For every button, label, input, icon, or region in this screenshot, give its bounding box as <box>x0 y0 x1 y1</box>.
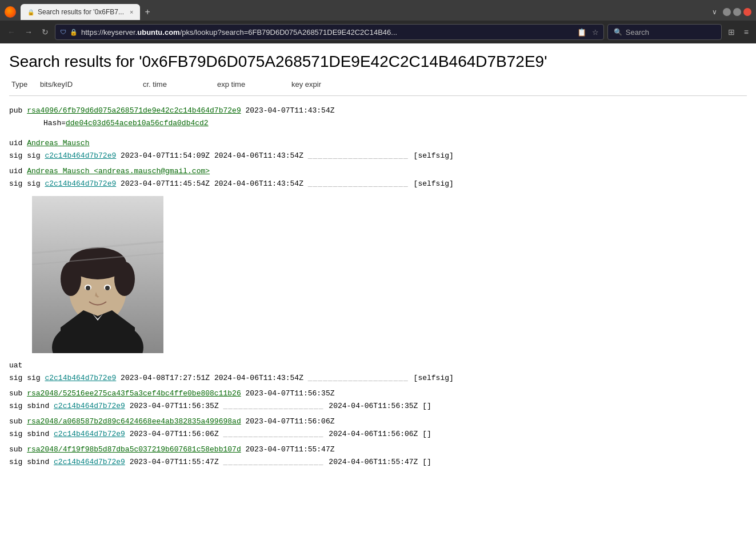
new-tab-button[interactable]: + <box>140 7 154 17</box>
extensions-button[interactable]: ⊞ <box>725 26 738 38</box>
sub2-timestamp: 2023-04-07T11:56:06Z <box>246 417 335 426</box>
uid2-sig-line: sig sig c2c14b464d7b72e9 2023-04-07T11:4… <box>9 178 747 190</box>
uat-sig-key-link[interactable]: c2c14b464d7b72e9 <box>45 374 116 382</box>
tab-overflow-button[interactable]: ∨ <box>709 8 721 16</box>
sub3-line: sub rsa2048/4f19f98b5d87dba5c037219b6076… <box>9 444 747 455</box>
browser-chrome: 🔒 Search results for '0x6FB7... × + ∨ — … <box>0 0 756 43</box>
browser-tab[interactable]: 🔒 Search results for '0x6FB7... × <box>21 4 140 20</box>
sub2-sig-key-link[interactable]: c2c14b464d7b72e9 <box>54 430 125 438</box>
sub1-sig-type: sbind <box>27 402 49 410</box>
close-button[interactable]: ✕ <box>743 8 751 16</box>
sub1-sig-time2: 2024-04-06T11:56:35Z <box>329 402 418 410</box>
tab-close-button[interactable]: × <box>130 9 133 15</box>
uat-sig-label: sig <box>9 374 27 382</box>
profile-photo-svg <box>32 196 163 353</box>
uid2-sig-time1: 2023-04-07T11:45:54Z <box>121 179 210 188</box>
uid2-sig-time2: 2024-04-06T11:43:54Z <box>214 179 303 188</box>
uid1-line: uid Andreas Mausch <box>9 138 747 149</box>
sub1-label: sub <box>9 389 22 398</box>
uid1-sig-time2: 2024-04-06T11:43:54Z <box>214 151 303 160</box>
sub1-sig-line: sig sbind c2c14b464d7b72e9 2023-04-07T11… <box>9 401 747 412</box>
sub2-block: sub rsa2048/a068587b2d89c6424668ee4ab382… <box>9 416 747 439</box>
forward-button[interactable]: → <box>22 26 35 38</box>
uid2-selfsig: [selfsig] <box>414 179 454 188</box>
uid2-section: uid Andreas Mausch <andreas.mausch@gmail… <box>9 166 747 189</box>
shield-icon: 🛡 <box>60 29 66 35</box>
col-cr-time: cr. time <box>143 80 217 89</box>
page-title: Search results for '0x6FB79D6D075A268571… <box>9 53 747 71</box>
back-button[interactable]: ← <box>5 26 18 38</box>
toolbar: ← → ↻ 🛡 🔒 https://keyserver.ubuntu.com/p… <box>0 21 756 43</box>
sub3-sig-key-link[interactable]: c2c14b464d7b72e9 <box>54 458 125 466</box>
uat-sig-time2: 2024-04-06T11:43:54Z <box>214 374 303 382</box>
col-type: Type <box>11 80 40 89</box>
col-key-expir: key expir <box>291 80 349 89</box>
tab-title: Search results for '0x6FB7... <box>38 8 124 16</box>
url-domain: ubuntu.com <box>137 28 179 37</box>
sub1-key-info-link[interactable]: rsa2048/52516ee275ca43f5a3cef4bc4ffe0be8… <box>27 389 241 398</box>
sub3-sig-label: sig <box>9 458 27 466</box>
uid1-selfsig: [selfsig] <box>414 151 454 160</box>
uid1-sig-label: sig <box>9 151 27 160</box>
restore-button[interactable]: ▭ <box>733 8 741 16</box>
address-bar[interactable]: 🛡 🔒 https://keyserver.ubuntu.com/pks/loo… <box>55 24 604 40</box>
uid2-sig-type: sig <box>27 179 45 188</box>
hash-value-link[interactable]: dde04c03d654aceb10a56cfda0db4cd2 <box>66 119 209 127</box>
uid2-name-link[interactable]: Andreas Mausch <andreas.mausch@gmail.com… <box>27 167 210 175</box>
lock-icon: 🔒 <box>70 29 78 36</box>
sub1-sig-label: sig <box>9 402 27 410</box>
uid1-name-link[interactable]: Andreas Mausch <box>27 139 89 147</box>
sub3-bracket: [] <box>422 458 431 466</box>
tab-bar: 🔒 Search results for '0x6FB7... × + ∨ — … <box>0 0 756 21</box>
sub3-sig-line: sig sbind c2c14b464d7b72e9 2023-04-07T11… <box>9 457 747 468</box>
sub3-key-info-link[interactable]: rsa2048/4f19f98b5d87dba5c037219b607681c5… <box>27 445 241 454</box>
search-icon: 🔍 <box>614 28 622 36</box>
sub1-sig-underscores: ____________________ <box>223 402 329 410</box>
reload-button[interactable]: ↻ <box>39 26 51 38</box>
sub3-label: sub <box>9 445 22 454</box>
sub1-sig-key-link[interactable]: c2c14b464d7b72e9 <box>54 402 125 410</box>
uat-sig-type: sig <box>27 374 45 382</box>
uid1-section: uid Andreas Mausch sig sig c2c14b464d7b7… <box>9 138 747 161</box>
sub3-block: sub rsa2048/4f19f98b5d87dba5c037219b6076… <box>9 444 747 467</box>
sub2-label: sub <box>9 417 22 426</box>
firefox-icon <box>5 6 16 18</box>
sub2-key-info-link[interactable]: rsa2048/a068587b2d89c6424668ee4ab382835a… <box>27 417 241 426</box>
url-prefix: https://keyserver. <box>81 28 137 37</box>
sub2-line: sub rsa2048/a068587b2d89c6424668ee4ab382… <box>9 416 747 427</box>
menu-button[interactable]: ≡ <box>741 26 751 38</box>
uid2-sig-label: sig <box>9 179 27 188</box>
uid1-label: uid <box>9 139 27 147</box>
uat-sig-time1: 2023-04-08T17:27:51Z <box>121 374 210 382</box>
sub2-sig-type: sbind <box>27 430 49 438</box>
header-divider <box>9 95 747 96</box>
uid1-sig-key-link[interactable]: c2c14b464d7b72e9 <box>45 151 116 160</box>
uat-selfsig: [selfsig] <box>414 374 454 382</box>
svg-point-11 <box>105 286 110 290</box>
sub2-sig-time2: 2024-04-06T11:56:06Z <box>329 430 418 438</box>
column-headers: Type bits/keyID cr. time exp time key ex… <box>9 80 747 89</box>
uat-photo <box>32 196 163 353</box>
uid2-line: uid Andreas Mausch <andreas.mausch@gmail… <box>9 166 747 177</box>
url-display: https://keyserver.ubuntu.com/pks/lookup?… <box>81 28 574 37</box>
sub1-block: sub rsa2048/52516ee275ca43f5a3cef4bc4ffe… <box>9 388 747 411</box>
uid2-label: uid <box>9 167 27 175</box>
hash-line: Hash=dde04c03d654aceb10a56cfda0db4cd2 <box>9 118 747 129</box>
minimize-button[interactable]: — <box>723 8 731 16</box>
uat-label: uat <box>9 361 22 370</box>
uat-label-line: uat <box>9 360 747 371</box>
search-box[interactable]: 🔍 Search <box>607 24 722 40</box>
pub-line: pub rsa4096/6fb79d6d075a268571de9e42c2c1… <box>9 105 747 117</box>
uid2-sig-key-link[interactable]: c2c14b464d7b72e9 <box>45 179 116 188</box>
uid1-sig-type: sig <box>27 151 45 160</box>
pub-label: pub <box>9 106 27 115</box>
window-controls: — ▭ ✕ <box>723 8 751 16</box>
search-box-label: Search <box>626 28 649 37</box>
sub2-sig-label: sig <box>9 430 27 438</box>
pub-block: pub rsa4096/6fb79d6d075a268571de9e42c2c1… <box>9 105 747 129</box>
sub2-sig-time1: 2023-04-07T11:56:06Z <box>130 430 219 438</box>
url-path: /pks/lookup?search=6FB79D6D075A268571DE9… <box>180 28 398 37</box>
sub1-bracket: [] <box>422 402 431 410</box>
sub2-bracket: [] <box>422 430 431 438</box>
pub-key-id-link[interactable]: rsa4096/6fb79d6d075a268571de9e42c2c14b46… <box>27 106 241 115</box>
